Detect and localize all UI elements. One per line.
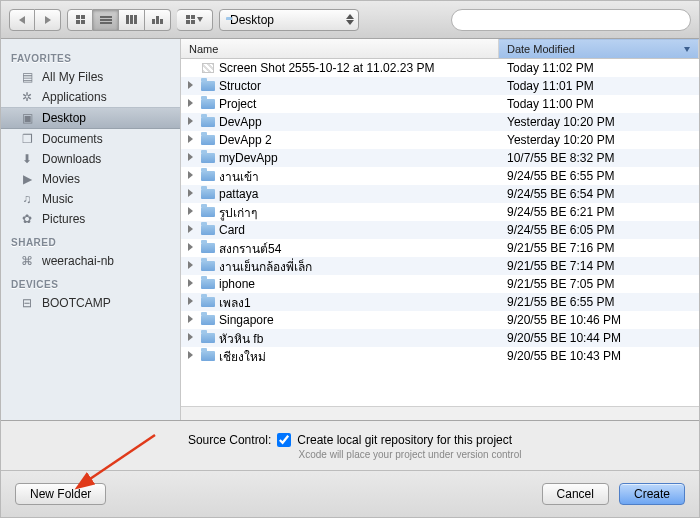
- sidebar-item-music[interactable]: ♫Music: [1, 189, 180, 209]
- disclosure-triangle[interactable]: [181, 261, 199, 271]
- columns-icon: [126, 15, 137, 24]
- file-row[interactable]: pattaya9/24/55 BE 6:54 PM: [181, 185, 699, 203]
- file-date: Yesterday 10:20 PM: [499, 115, 699, 129]
- downloads-icon: ⬇: [19, 152, 35, 166]
- disclosure-triangle[interactable]: [181, 117, 199, 127]
- column-name[interactable]: Name: [181, 39, 499, 58]
- chevron-down-icon: [197, 17, 203, 22]
- disclosure-triangle[interactable]: [181, 189, 199, 199]
- file-date: Today 11:01 PM: [499, 79, 699, 93]
- folder-icon: [199, 135, 217, 145]
- source-control-subnote: Xcode will place your project under vers…: [19, 449, 681, 460]
- file-name: งานเข้า: [217, 167, 499, 186]
- file-row[interactable]: สงกรานต์549/21/55 BE 7:16 PM: [181, 239, 699, 257]
- file-row[interactable]: เชียงใหม่9/20/55 BE 10:43 PM: [181, 347, 699, 365]
- grid-icon: [76, 15, 85, 24]
- sidebar-item-bootcamp[interactable]: ⊟BOOTCAMP: [1, 293, 180, 313]
- file-row[interactable]: Card9/24/55 BE 6:05 PM: [181, 221, 699, 239]
- search-field-wrap: [451, 9, 691, 31]
- disclosure-triangle[interactable]: [181, 279, 199, 289]
- computer-icon: ⌘: [19, 254, 35, 268]
- list-icon: [100, 16, 112, 24]
- location-popup[interactable]: Desktop: [219, 9, 359, 31]
- sidebar-header: SHARED: [1, 229, 180, 251]
- file-name: งานเย็นกล้องพี่เล็ก: [217, 257, 499, 276]
- folder-icon: [199, 225, 217, 235]
- sidebar-item-movies[interactable]: ▶Movies: [1, 169, 180, 189]
- back-button[interactable]: [9, 9, 35, 31]
- sidebar-item-pictures[interactable]: ✿Pictures: [1, 209, 180, 229]
- view-coverflow-button[interactable]: [145, 9, 171, 31]
- button-bar: New Folder Cancel Create: [1, 471, 699, 517]
- file-row[interactable]: งานเย็นกล้องพี่เล็ก9/21/55 BE 7:14 PM: [181, 257, 699, 275]
- file-name: DevApp: [217, 115, 499, 129]
- sidebar-item-applications[interactable]: ✲Applications: [1, 87, 180, 107]
- sidebar-item-label: Downloads: [42, 152, 101, 166]
- file-date: 10/7/55 BE 8:32 PM: [499, 151, 699, 165]
- file-name: DevApp 2: [217, 133, 499, 147]
- file-row[interactable]: รูปเก่าๆ9/24/55 BE 6:21 PM: [181, 203, 699, 221]
- file-name: รูปเก่าๆ: [217, 203, 499, 222]
- file-row[interactable]: StructorToday 11:01 PM: [181, 77, 699, 95]
- column-header: Name Date Modified: [181, 39, 699, 59]
- file-row[interactable]: iphone9/21/55 BE 7:05 PM: [181, 275, 699, 293]
- file-list[interactable]: Screen Shot 2555-10-12 at 11.02.23 PMTod…: [181, 59, 699, 406]
- sidebar-item-documents[interactable]: ❐Documents: [1, 129, 180, 149]
- new-folder-button[interactable]: New Folder: [15, 483, 106, 505]
- file-row[interactable]: myDevApp10/7/55 BE 8:32 PM: [181, 149, 699, 167]
- file-row[interactable]: DevApp 2Yesterday 10:20 PM: [181, 131, 699, 149]
- disclosure-triangle[interactable]: [181, 99, 199, 109]
- file-row[interactable]: DevAppYesterday 10:20 PM: [181, 113, 699, 131]
- folder-icon: [199, 81, 217, 91]
- disclosure-triangle[interactable]: [181, 315, 199, 325]
- horizontal-scrollbar[interactable]: [181, 406, 699, 420]
- sidebar-item-label: Movies: [42, 172, 80, 186]
- disclosure-triangle[interactable]: [181, 135, 199, 145]
- column-date-modified[interactable]: Date Modified: [499, 39, 699, 58]
- sidebar-item-label: Music: [42, 192, 73, 206]
- file-row[interactable]: ProjectToday 11:00 PM: [181, 95, 699, 113]
- sidebar-item-label: All My Files: [42, 70, 103, 84]
- sidebar-item-label: Pictures: [42, 212, 85, 226]
- search-input[interactable]: [451, 9, 691, 31]
- sidebar-item-label: Documents: [42, 132, 103, 146]
- view-icon-button[interactable]: [67, 9, 93, 31]
- forward-button[interactable]: [35, 9, 61, 31]
- sidebar-item-weerachai-nb[interactable]: ⌘weerachai-nb: [1, 251, 180, 271]
- sidebar-item-all-my-files[interactable]: ▤All My Files: [1, 67, 180, 87]
- folder-icon: [199, 279, 217, 289]
- disclosure-triangle[interactable]: [181, 81, 199, 91]
- disclosure-triangle[interactable]: [181, 351, 199, 361]
- file-row[interactable]: งานเข้า9/24/55 BE 6:55 PM: [181, 167, 699, 185]
- git-checkbox-label[interactable]: Create local git repository for this pro…: [297, 433, 512, 447]
- view-column-button[interactable]: [119, 9, 145, 31]
- folder-icon: [199, 99, 217, 109]
- disclosure-triangle[interactable]: [181, 297, 199, 307]
- cancel-button[interactable]: Cancel: [542, 483, 609, 505]
- disclosure-triangle[interactable]: [181, 225, 199, 235]
- disclosure-triangle[interactable]: [181, 171, 199, 181]
- disclosure-triangle[interactable]: [181, 153, 199, 163]
- folder-icon: [199, 117, 217, 127]
- folder-icon: [199, 261, 217, 271]
- file-row[interactable]: หัวหิน fb9/20/55 BE 10:44 PM: [181, 329, 699, 347]
- create-button[interactable]: Create: [619, 483, 685, 505]
- sidebar-item-desktop[interactable]: ▣Desktop: [1, 107, 180, 129]
- file-date: 9/21/55 BE 7:16 PM: [499, 241, 699, 255]
- disclosure-triangle[interactable]: [181, 207, 199, 217]
- file-row[interactable]: Screen Shot 2555-10-12 at 11.02.23 PMTod…: [181, 59, 699, 77]
- arrange-button[interactable]: [177, 9, 213, 31]
- disclosure-triangle[interactable]: [181, 243, 199, 253]
- file-row[interactable]: Singapore9/20/55 BE 10:46 PM: [181, 311, 699, 329]
- view-list-button[interactable]: [93, 9, 119, 31]
- location-label: Desktop: [230, 13, 274, 27]
- git-checkbox[interactable]: [277, 433, 291, 447]
- allfiles-icon: ▤: [19, 70, 35, 84]
- file-row[interactable]: เพลง19/21/55 BE 6:55 PM: [181, 293, 699, 311]
- disclosure-triangle[interactable]: [181, 333, 199, 343]
- docs-icon: ❐: [19, 132, 35, 146]
- sidebar-item-downloads[interactable]: ⬇Downloads: [1, 149, 180, 169]
- nav-back-forward: [9, 9, 61, 31]
- sidebar-header: DEVICES: [1, 271, 180, 293]
- file-name: myDevApp: [217, 151, 499, 165]
